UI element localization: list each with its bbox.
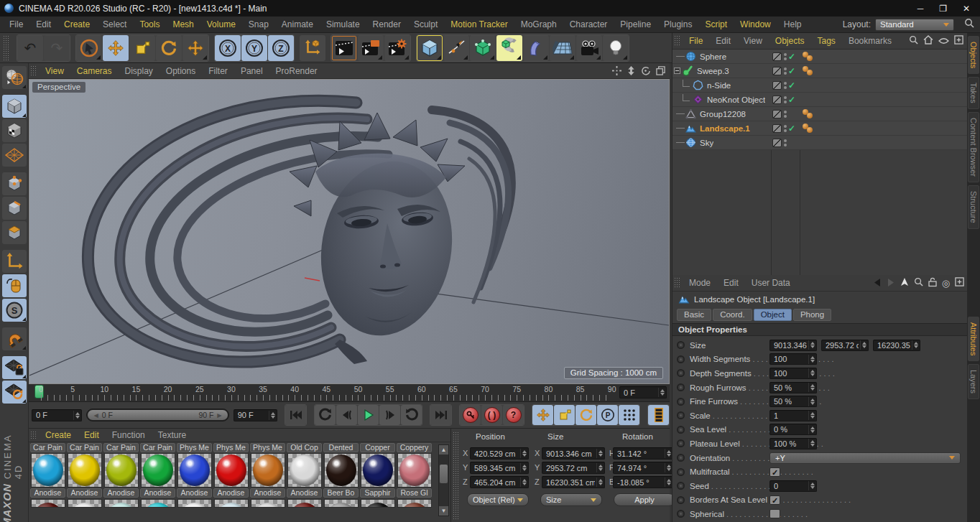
scroll-down-icon[interactable]: ▼ <box>439 506 448 516</box>
coordinate-field[interactable]: 9013.346 cm <box>542 447 605 460</box>
scale-tool[interactable] <box>129 35 155 61</box>
menu-item-snap[interactable]: Snap <box>242 17 275 32</box>
material-item[interactable]: DentedBeer Bo <box>323 443 359 508</box>
menu-item-character[interactable]: Character <box>563 17 614 32</box>
attribute-value-field[interactable]: 100 % <box>769 438 817 449</box>
attribute-checkbox[interactable]: ✓ <box>769 495 780 505</box>
object-name[interactable]: NeoKnot Object <box>707 95 765 104</box>
timeline-window-button[interactable] <box>648 405 669 425</box>
object-name[interactable]: n-Side <box>707 81 731 90</box>
object-name[interactable]: Group12208 <box>700 110 746 118</box>
animation-dot-icon[interactable] <box>677 426 685 434</box>
animation-dot-icon[interactable] <box>677 383 685 391</box>
material-preview[interactable] <box>68 453 102 488</box>
play-forwards-button[interactable] <box>401 405 422 425</box>
om-eye-icon[interactable] <box>938 34 949 47</box>
object-name[interactable]: Sweep.3 <box>697 67 729 75</box>
enable-snap-button[interactable] <box>2 327 27 350</box>
lock-y-axis-button[interactable]: Y <box>241 35 267 61</box>
zoom-view-icon[interactable] <box>627 66 635 75</box>
scroll-up-icon[interactable]: ▲ <box>439 445 448 455</box>
materials-scrollbar[interactable]: ▲ ▼ <box>438 444 449 516</box>
material-preview-partial[interactable] <box>214 499 249 508</box>
timeline-ruler[interactable]: 051015202530354045505560657075808590 0 F <box>29 384 670 402</box>
attribute-checkbox[interactable] <box>769 509 780 518</box>
material-item[interactable]: Car PainAnodise <box>30 443 65 508</box>
om-drag-handle[interactable] <box>674 35 680 47</box>
material-preview[interactable] <box>141 453 175 488</box>
value-stepper[interactable] <box>808 383 815 392</box>
menu-item-plugins[interactable]: Plugins <box>657 17 698 32</box>
material-item[interactable]: Car PainAnodise <box>103 443 139 508</box>
value-stepper[interactable] <box>808 355 815 364</box>
tree-row-group12208[interactable]: Group12208 <box>672 107 968 121</box>
move-tool[interactable] <box>103 35 129 61</box>
floor-environment-button[interactable] <box>550 35 575 61</box>
value-stepper[interactable] <box>520 477 527 487</box>
material-item[interactable]: CopperSapphir <box>360 443 395 508</box>
menu-item-bookmarks[interactable]: Bookmarks <box>842 33 898 49</box>
scrollbar-thumb[interactable] <box>440 465 448 483</box>
menu-item-panel[interactable]: Panel <box>234 63 269 79</box>
am-new-panel-icon[interactable] <box>955 276 964 289</box>
am-history-forward-icon[interactable] <box>887 276 895 289</box>
value-stepper[interactable] <box>808 411 815 420</box>
material-preview[interactable] <box>324 453 359 488</box>
menu-item-render[interactable]: Render <box>366 17 407 32</box>
menu-item-options[interactable]: Options <box>160 63 202 79</box>
viewport-drag-handle[interactable] <box>30 65 36 76</box>
coordinate-field[interactable]: 16230.351 cm <box>542 476 605 488</box>
points-mode-button[interactable] <box>2 172 27 195</box>
lock-workplane-button[interactable] <box>2 356 27 379</box>
coordinate-field[interactable]: 2953.72 cm <box>542 462 605 474</box>
object-name[interactable]: Sky <box>700 139 713 147</box>
layer-chip-icon[interactable] <box>772 52 782 61</box>
viewport-solo-button[interactable] <box>2 274 27 297</box>
tree-expander-icon[interactable] <box>674 67 680 74</box>
record-keyframe-button[interactable] <box>460 405 481 425</box>
visibility-dots-icon[interactable] <box>784 125 787 132</box>
attribute-value-field[interactable]: 1 <box>769 410 817 421</box>
texture-tag-icons[interactable] <box>803 123 820 134</box>
menu-item-texture[interactable]: Texture <box>152 429 193 443</box>
animation-dot-icon[interactable] <box>677 439 685 447</box>
lock-x-axis-button[interactable]: X <box>215 35 241 61</box>
menu-item-animate[interactable]: Animate <box>275 17 320 32</box>
toolbar-drag-handle[interactable] <box>3 35 9 60</box>
menu-item-tools[interactable]: Tools <box>133 17 166 32</box>
am-track-icon[interactable]: ◎ <box>942 279 950 288</box>
object-name[interactable]: Landscape.1 <box>700 124 750 133</box>
maximize-button[interactable]: ❐ <box>939 4 947 14</box>
visibility-dots-icon[interactable] <box>784 111 787 118</box>
menu-item-edit[interactable]: Edit <box>709 33 737 49</box>
tree-row-landscape-1[interactable]: Landscape.1✓ <box>672 121 968 136</box>
material-item[interactable]: Old CopAnodise <box>287 443 322 508</box>
menu-item-tags[interactable]: Tags <box>811 33 842 49</box>
coordinate-field[interactable]: -18.085 ° <box>613 476 673 488</box>
preview-range-bar[interactable]: ◄ 0 F 90 F ► <box>88 410 227 420</box>
goto-end-button[interactable] <box>430 405 451 425</box>
enabled-check-icon[interactable]: ✓ <box>788 52 797 62</box>
menu-item-mograph[interactable]: MoGraph <box>514 17 563 32</box>
key-scale-button[interactable] <box>554 405 575 425</box>
menu-item-mesh[interactable]: Mesh <box>166 17 200 32</box>
attribute-value-field[interactable]: 0 % <box>769 424 817 435</box>
model-mode-button[interactable] <box>2 95 27 118</box>
workplane-mode-button[interactable] <box>2 144 27 167</box>
preview-range-slider[interactable]: ◄ 0 F 90 F ► <box>86 409 228 421</box>
animation-dot-icon[interactable] <box>677 454 685 462</box>
material-item[interactable]: Car PainAnodise <box>67 443 102 508</box>
menu-item-file[interactable]: File <box>683 33 709 49</box>
side-tab-layers[interactable]: Layers <box>968 364 979 399</box>
key-rotation-button[interactable] <box>575 405 596 425</box>
attribute-value-field[interactable]: 50 % <box>769 382 817 393</box>
texture-tag-icons[interactable] <box>803 108 820 120</box>
coords-size-dropdown[interactable]: Size <box>540 493 602 506</box>
menu-item-create[interactable]: Create <box>57 17 96 32</box>
bend-deformer-button[interactable] <box>523 35 549 61</box>
value-stepper[interactable] <box>520 463 527 472</box>
snap-settings-button[interactable]: S <box>2 299 27 322</box>
layer-chip-icon[interactable] <box>772 139 782 147</box>
material-item[interactable]: Phys MeAnodise <box>250 443 285 508</box>
menu-item-script[interactable]: Script <box>698 17 734 32</box>
